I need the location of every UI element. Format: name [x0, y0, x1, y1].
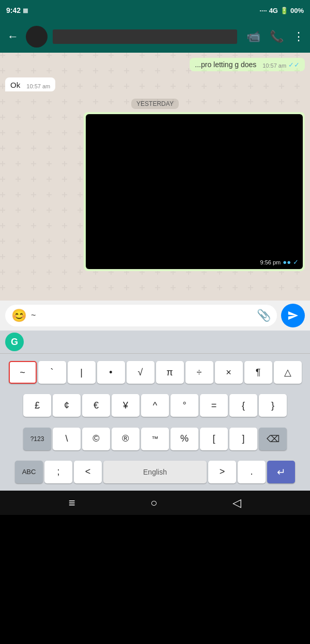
status-bar: 9:42 ▦ ···· 4G 🔋 00% — [0, 0, 310, 21]
key-backtick[interactable]: ` — [38, 361, 66, 384]
message-input-field[interactable]: 😊 ~ 📎 — [5, 305, 277, 326]
key-rows: ~ ` | • √ π ÷ × ¶ △ £ ¢ € ¥ ^ ° = { } ?1… — [0, 354, 310, 491]
voice-call-button[interactable]: 📞 — [270, 30, 284, 43]
video-call-button[interactable]: 📹 — [246, 30, 260, 43]
key-pipe[interactable]: | — [68, 361, 96, 384]
key-semicolon[interactable]: ; — [44, 461, 72, 483]
key-row-4: ABC ; < GEnglish > . ↵ — [1, 461, 309, 483]
key-degree[interactable]: ° — [171, 394, 198, 417]
attach-button[interactable]: 📎 — [257, 309, 271, 322]
received-message-bubble: Ok 10:57 am — [5, 77, 55, 91]
emoji-button[interactable]: 😊 — [11, 308, 27, 323]
top-bar: ← 📹 📞 ⋮ — [0, 21, 310, 53]
key-yen[interactable]: ¥ — [112, 394, 140, 417]
key-registered[interactable]: ® — [112, 428, 140, 450]
key-enter[interactable]: ↵ — [267, 461, 295, 483]
key-cent[interactable]: ¢ — [53, 394, 81, 417]
key-divide[interactable]: ÷ — [185, 361, 213, 384]
key-close-brace[interactable]: } — [259, 394, 287, 417]
key-num-switch[interactable]: ?123 — [23, 428, 51, 450]
key-bullet[interactable]: • — [97, 361, 125, 384]
key-open-bracket[interactable]: [ — [200, 428, 228, 450]
grammarly-button[interactable]: G — [5, 333, 24, 351]
key-trademark[interactable]: ™ — [141, 428, 169, 450]
status-indicators: ···· 4G 🔋 00% — [259, 7, 304, 14]
key-equals[interactable]: = — [200, 394, 228, 417]
key-triangle[interactable]: △ — [274, 361, 302, 384]
top-bar-actions: 📹 📞 ⋮ — [246, 30, 305, 43]
nav-home-button[interactable]: ○ — [150, 496, 157, 510]
keyboard-toolbar: G — [0, 331, 310, 354]
key-paragraph[interactable]: ¶ — [244, 361, 272, 384]
more-options-button[interactable]: ⋮ — [293, 30, 305, 43]
keyboard: G ~ ` | • √ π ÷ × ¶ △ £ ¢ € ¥ ^ ° = { } — [0, 331, 310, 491]
video-message-bubble[interactable]: 9:56 pm ●● ✓ — [84, 112, 305, 271]
key-pound[interactable]: £ — [23, 394, 51, 417]
send-icon — [287, 310, 299, 321]
key-open-brace[interactable]: { — [229, 394, 257, 417]
nav-menu-button[interactable]: ≡ — [69, 496, 75, 510]
key-sqrt[interactable]: √ — [127, 361, 154, 384]
input-bar: 😊 ~ 📎 — [0, 301, 310, 331]
key-percent[interactable]: % — [171, 428, 198, 450]
back-button[interactable]: ← — [5, 28, 21, 45]
key-euro[interactable]: € — [82, 394, 110, 417]
bottom-nav: ≡ ○ ◁ — [0, 491, 310, 515]
key-multiply[interactable]: × — [215, 361, 243, 384]
video-content[interactable]: 9:56 pm ●● ✓ — [86, 114, 303, 269]
key-row-1: ~ ` | • √ π ÷ × ¶ △ — [1, 361, 309, 384]
send-button[interactable] — [281, 304, 305, 327]
key-row-3: ?123 \ © ® ™ % [ ] ⌫ — [1, 428, 309, 450]
video-message-row: ⇒ 9:56 pm ●● ✓ — [5, 112, 305, 271]
status-time: 9:42 ▦ — [6, 6, 28, 14]
key-abc-switch[interactable]: ABC — [15, 461, 43, 483]
key-row-2: £ ¢ € ¥ ^ ° = { } — [1, 394, 309, 417]
key-tilde[interactable]: ~ — [9, 361, 37, 384]
key-copyright[interactable]: © — [82, 428, 110, 450]
key-space-english[interactable]: GEnglish — [103, 461, 207, 483]
key-pi[interactable]: π — [156, 361, 184, 384]
chat-area: ...pro letting g does 10:57 am ✓✓ Ok 10:… — [0, 53, 310, 301]
key-caret[interactable]: ^ — [141, 394, 169, 417]
key-greater-than[interactable]: > — [208, 461, 236, 483]
video-timestamp: 9:56 pm ●● ✓ — [260, 258, 299, 266]
key-close-bracket[interactable]: ] — [229, 428, 257, 450]
contact-avatar[interactable] — [26, 26, 48, 48]
contact-name-blocked — [53, 29, 237, 44]
key-less-than[interactable]: < — [74, 461, 102, 483]
nav-back-button[interactable]: ◁ — [233, 496, 241, 510]
message-text[interactable]: ~ — [31, 311, 253, 320]
key-backspace[interactable]: ⌫ — [259, 428, 287, 450]
key-period[interactable]: . — [238, 461, 266, 483]
key-backslash[interactable]: \ — [53, 428, 81, 450]
